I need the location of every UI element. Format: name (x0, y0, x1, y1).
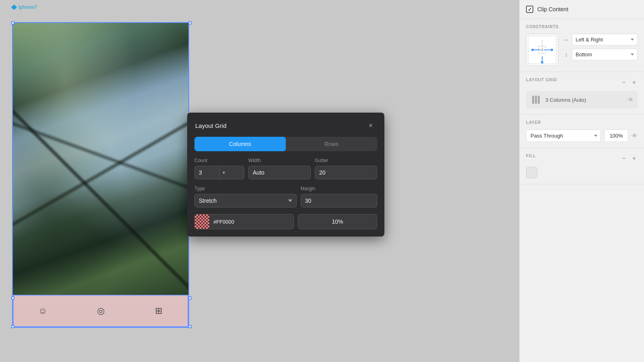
svg-point-10 (541, 61, 543, 64)
canvas: iphone7 ☺ ◎ ⊞ Layout Grid × Columns Rows (0, 0, 519, 362)
selection-handle-tr[interactable] (188, 21, 192, 25)
grid-bar-1 (532, 96, 534, 104)
layer-opacity-field[interactable] (604, 130, 628, 142)
phone-frame: ☺ ◎ ⊞ (12, 22, 189, 328)
vertical-constraint-wrap: ↕ Top Top & Bottom Bottom Center Scale (563, 49, 638, 60)
color-swatch-wrap[interactable] (194, 214, 294, 229)
vertical-constraint-select[interactable]: Top Top & Bottom Bottom Center Scale (572, 49, 638, 60)
tab-columns[interactable]: Columns (194, 137, 286, 151)
horizontal-constraint-wrap: ↔ Left & Right Left Right Center Scale (563, 34, 638, 45)
dialog-body: Count ▾ Width Gutter Type (187, 158, 384, 237)
gutter-input[interactable] (315, 166, 377, 179)
horizontal-constraint-icon: ↔ (563, 37, 570, 43)
frame-diamond-icon (11, 4, 17, 10)
constraints-header: CONSTRAINTS (526, 25, 638, 29)
dialog-title: Layout Grid (195, 122, 227, 129)
type-field-group: Type Stretch Left Center Right (194, 186, 297, 208)
layout-grid-label: LAYOUT GRID (526, 78, 557, 82)
layout-grid-plus-button[interactable]: + (631, 78, 638, 86)
layer-blend-select[interactable]: Pass Through Normal Multiply Screen Over… (526, 130, 601, 142)
selection-handle-br[interactable] (188, 325, 192, 328)
layout-grid-dialog: Layout Grid × Columns Rows Count ▾ Width (187, 113, 384, 237)
grid-bar-3 (538, 96, 540, 104)
type-label: Type (194, 186, 297, 191)
clip-content-label: Clip Content (537, 6, 568, 12)
layout-grid-section: LAYOUT GRID − + 3 Columns (Auto) 👁 (520, 72, 644, 115)
bottom-icon-3[interactable]: ⊞ (151, 304, 166, 318)
svg-point-9 (551, 49, 553, 51)
selection-handle-bl[interactable] (11, 325, 14, 328)
constraints-section: CONSTRAINTS (520, 19, 644, 72)
frame-label[interactable]: iphone7 (12, 4, 37, 10)
phone-photo (13, 23, 188, 295)
dialog-close-button[interactable]: × (365, 120, 376, 131)
layer-blend-wrap: Pass Through Normal Multiply Screen Over… (526, 130, 601, 142)
constraints-dropdowns: ↔ Left & Right Left Right Center Scale ↕… (563, 34, 638, 60)
constraints-diagram (526, 34, 558, 66)
layout-grid-minus-button[interactable]: − (620, 78, 627, 86)
tab-rows[interactable]: Rows (286, 137, 377, 151)
gutter-field-group: Gutter (315, 158, 377, 179)
count-label: Count (194, 158, 244, 163)
vertical-constraint-icon: ↕ (563, 51, 570, 58)
color-row (194, 214, 377, 229)
count-field-group: Count ▾ (194, 158, 244, 179)
width-field-group: Width (248, 158, 311, 179)
color-swatch-fill (195, 214, 209, 229)
grid-bar-2 (535, 96, 537, 104)
right-panel: ✓ Clip Content CONSTRAINTS (519, 0, 644, 362)
layer-row: Pass Through Normal Multiply Screen Over… (526, 130, 638, 142)
margin-input[interactable] (301, 194, 377, 208)
grid-item-label: 3 Columns (Auto) (545, 97, 624, 103)
fill-section: FILL − + (520, 148, 644, 184)
fill-plus-button[interactable]: + (631, 154, 638, 162)
svg-point-8 (531, 49, 534, 51)
layout-grid-actions: − + (620, 78, 638, 86)
clip-content-section: ✓ Clip Content (520, 0, 644, 19)
fill-header: FILL − + (526, 154, 638, 163)
fill-minus-button[interactable]: − (620, 154, 627, 162)
gutter-label: Gutter (315, 158, 377, 163)
clip-content-checkbox[interactable]: ✓ (526, 6, 533, 13)
layer-section: LAYER Pass Through Normal Multiply Scree… (520, 115, 644, 148)
grid-columns-icon (530, 94, 541, 105)
opacity-input[interactable] (298, 214, 377, 229)
margin-field-group: Margin (301, 186, 377, 208)
constraints-layout: ↔ Left & Right Left Right Center Scale ↕… (526, 34, 638, 66)
type-margin-row: Type Stretch Left Center Right Margin (194, 186, 377, 208)
selection-handle-br-mid[interactable] (188, 296, 192, 300)
count-input-wrap: ▾ (194, 166, 244, 179)
tab-bar: Columns Rows (194, 137, 377, 151)
layer-visibility-icon[interactable]: 👁 (632, 132, 638, 139)
dialog-header: Layout Grid × (187, 113, 384, 137)
bottom-icon-2[interactable]: ◎ (93, 304, 108, 318)
fill-swatch-color (526, 167, 537, 178)
fill-label: FILL (526, 154, 536, 158)
grid-visibility-icon[interactable]: 👁 (628, 97, 634, 103)
count-width-gutter-row: Count ▾ Width Gutter (194, 158, 377, 179)
constraint-diagram-svg (526, 34, 558, 66)
count-chevron-button[interactable]: ▾ (219, 166, 228, 179)
horizontal-constraint-select[interactable]: Left & Right Left Right Center Scale (572, 34, 638, 45)
width-input[interactable] (248, 166, 311, 179)
layer-header: LAYER (526, 120, 638, 125)
grid-item[interactable]: 3 Columns (Auto) 👁 (526, 91, 638, 109)
type-select[interactable]: Stretch Left Center Right (194, 194, 297, 208)
selection-handle-tl[interactable] (11, 21, 14, 25)
margin-label: Margin (301, 186, 377, 191)
width-label: Width (248, 158, 311, 163)
count-input[interactable] (195, 166, 219, 179)
checkmark-icon: ✓ (528, 6, 532, 12)
bottom-icon-1[interactable]: ☺ (35, 304, 50, 318)
fill-actions: − + (620, 154, 638, 162)
color-swatch (195, 214, 209, 229)
fill-swatch-row[interactable] (526, 167, 638, 178)
selection-handle-bl-mid[interactable] (11, 296, 14, 300)
color-hex-input[interactable] (209, 216, 293, 228)
layout-grid-header: LAYOUT GRID − + (526, 78, 638, 87)
clip-content-row: ✓ Clip Content (526, 6, 638, 13)
phone-bottom-bar: ☺ ◎ ⊞ (13, 295, 188, 327)
fill-swatch (526, 167, 537, 178)
